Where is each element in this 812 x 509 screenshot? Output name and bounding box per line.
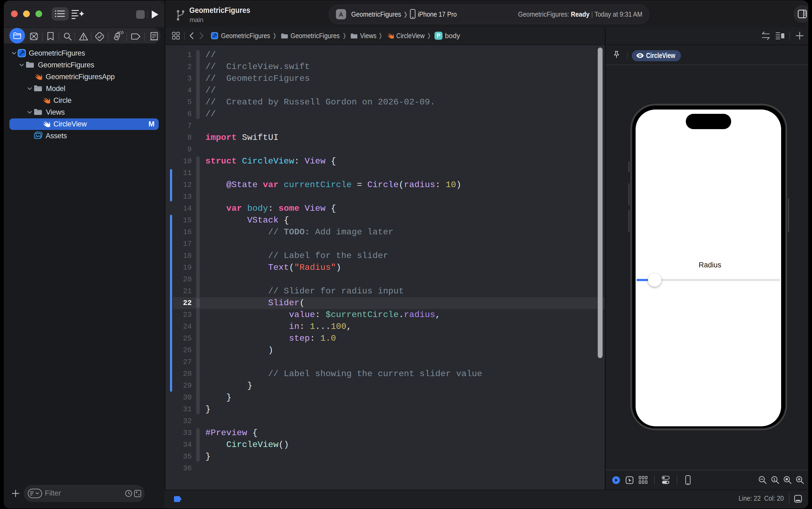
svg-text:1: 1: [773, 477, 776, 482]
